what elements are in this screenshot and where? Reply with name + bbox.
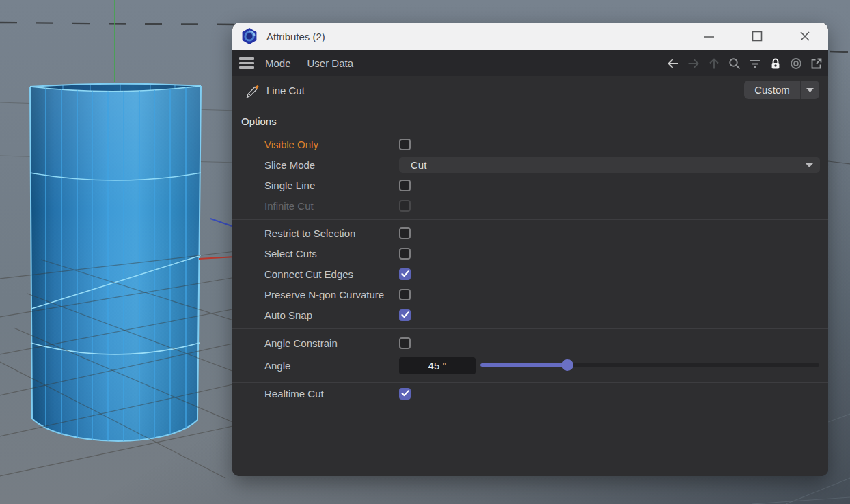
checkbox-realtime-cut[interactable]	[399, 388, 411, 400]
option-label: Single Line	[264, 180, 315, 191]
checkbox-single-line[interactable]	[399, 180, 411, 191]
back-icon[interactable]	[666, 56, 680, 70]
option-label: Auto Snap	[264, 309, 312, 321]
option-row-restrict: Restrict to Selection	[232, 223, 819, 243]
slice-mode-value: Cut	[411, 159, 426, 171]
up-icon[interactable]	[707, 56, 721, 70]
search-icon[interactable]	[727, 56, 741, 70]
option-label: Select Cuts	[264, 248, 317, 260]
option-row-slice-mode: Slice Mode Cut	[232, 154, 819, 175]
option-row-angle-constrain: Angle Constrain	[232, 333, 819, 353]
menu-user-data[interactable]: User Data	[299, 57, 362, 69]
line-cut-tool-icon	[244, 83, 260, 99]
cylinder-object[interactable]	[30, 84, 201, 452]
tool-name: Line Cut	[266, 85, 305, 96]
checkbox-preserve-ngon[interactable]	[399, 289, 411, 300]
slice-mode-dropdown[interactable]: Cut	[399, 157, 820, 173]
option-row-single-line: Single Line	[232, 175, 819, 195]
option-label: Preserve N-gon Curvature	[264, 289, 384, 300]
option-row-connect-cut-edges: Connect Cut Edges	[232, 264, 819, 284]
maximize-button[interactable]	[751, 30, 763, 42]
dropdown-arrow-icon	[806, 163, 813, 167]
option-row-infinite-cut: Infinite Cut	[232, 195, 819, 216]
angle-slider[interactable]	[480, 363, 819, 367]
attributes-window: Attributes (2) Mode User Data	[232, 23, 828, 476]
attributes-content: Line Cut Custom Options Visible Only Sli…	[232, 76, 828, 476]
option-label: Infinite Cut	[264, 200, 314, 212]
checkbox-infinite-cut	[399, 200, 411, 212]
section-title: Options	[241, 115, 277, 127]
option-label: Realtime Cut	[264, 388, 324, 400]
preset-label: Custom	[744, 84, 800, 96]
close-button[interactable]	[799, 30, 811, 42]
window-title: Attributes (2)	[266, 31, 325, 42]
option-label: Angle	[264, 360, 290, 372]
option-row-select-cuts: Select Cuts	[232, 243, 819, 264]
record-icon[interactable]	[789, 56, 803, 70]
checkbox-angle-constrain[interactable]	[399, 337, 411, 349]
option-label: Restrict to Selection	[264, 227, 355, 239]
option-row-visible-only: Visible Only	[232, 134, 819, 154]
angle-slider-fill	[480, 363, 567, 367]
checkbox-auto-snap[interactable]	[399, 309, 411, 321]
option-row-auto-snap: Auto Snap	[232, 305, 819, 325]
cinema4d-icon	[241, 27, 258, 45]
checkbox-connect-cut-edges[interactable]	[399, 268, 411, 280]
option-row-angle: Angle 45 °	[232, 355, 819, 376]
angle-slider-handle[interactable]	[562, 359, 573, 371]
tool-header: Line Cut Custom	[232, 76, 828, 105]
open-new-icon[interactable]	[809, 56, 823, 70]
separator	[232, 219, 828, 220]
checkbox-restrict-to-selection[interactable]	[399, 227, 411, 239]
separator	[232, 328, 828, 329]
filter-icon[interactable]	[748, 56, 762, 70]
option-label: Slice Mode	[264, 159, 315, 171]
option-label: Visible Only	[264, 139, 318, 150]
lock-icon[interactable]	[768, 56, 782, 70]
minimize-button[interactable]	[703, 30, 715, 42]
forward-icon[interactable]	[686, 56, 700, 70]
preset-button[interactable]: Custom	[744, 81, 819, 99]
option-row-preserve-ngon: Preserve N-gon Curvature	[232, 284, 819, 305]
option-label: Connect Cut Edges	[264, 268, 353, 280]
window-titlebar[interactable]: Attributes (2)	[232, 23, 828, 50]
menu-mode[interactable]: Mode	[257, 57, 299, 69]
option-row-realtime-cut: Realtime Cut	[232, 383, 819, 404]
angle-value-field[interactable]: 45 °	[399, 357, 476, 374]
checkbox-visible-only[interactable]	[399, 139, 411, 150]
preset-dropdown-arrow[interactable]	[801, 88, 819, 92]
menu-icon[interactable]	[239, 57, 254, 69]
option-label: Angle Constrain	[264, 337, 338, 349]
window-menubar: Mode User Data	[232, 50, 828, 76]
checkbox-select-cuts[interactable]	[399, 248, 411, 260]
